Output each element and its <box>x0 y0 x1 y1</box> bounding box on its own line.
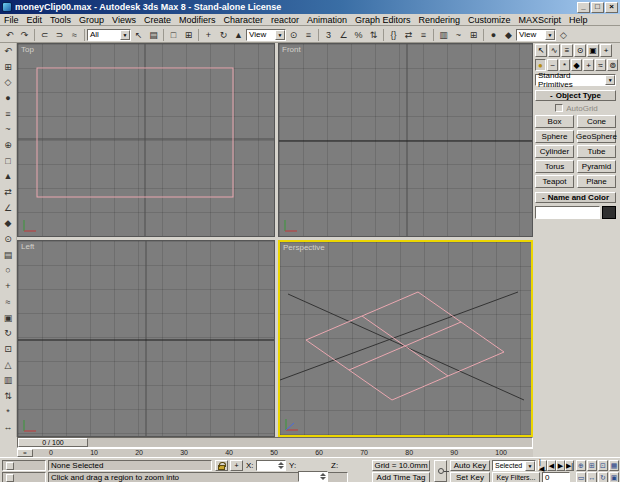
menu-tools[interactable]: Tools <box>46 15 75 25</box>
geosphere-button[interactable]: GeoSphere <box>577 130 616 143</box>
rect-selection-region-icon[interactable]: □ <box>166 28 181 42</box>
category-geometry-icon[interactable]: ● <box>535 59 546 71</box>
tab-hierarchy[interactable]: ≡ <box>561 44 573 57</box>
viewport-front[interactable]: Front <box>278 43 533 237</box>
category-lights-icon[interactable]: * <box>559 59 570 71</box>
layer-manager-icon[interactable]: ▥ <box>436 28 451 42</box>
menu-file[interactable]: File <box>0 15 23 25</box>
maxscript-mini-listener-bottom[interactable] <box>2 472 46 482</box>
left-tool-icon[interactable]: ↶ <box>1 43 16 59</box>
current-frame-field[interactable]: 0 <box>542 472 570 482</box>
arc-rotate-icon[interactable]: ↻ <box>598 472 608 482</box>
menu-help[interactable]: Help <box>565 15 592 25</box>
select-object-icon[interactable]: ↖ <box>131 28 146 42</box>
coord-system-dropdown[interactable]: View ▼ <box>246 29 286 41</box>
viewport-left[interactable]: Left <box>17 240 275 437</box>
set-key-button[interactable]: Set Key <box>450 472 490 482</box>
spinner-icon[interactable] <box>277 462 284 469</box>
pyramid-button[interactable]: Pyramid <box>577 160 616 173</box>
left-tool-icon[interactable]: ⊕ <box>1 137 16 153</box>
left-tool-icon[interactable]: + <box>1 278 16 294</box>
absolute-offset-toggle[interactable]: + <box>230 460 243 471</box>
menu-graph-editors[interactable]: Graph Editors <box>351 15 415 25</box>
left-tool-icon[interactable]: ≡ <box>1 106 16 122</box>
render-type-dropdown[interactable]: View ▼ <box>516 29 556 41</box>
cone-button[interactable]: Cone <box>577 115 616 128</box>
previous-frame-button[interactable]: ◀ <box>547 460 556 471</box>
menu-views[interactable]: Views <box>108 15 140 25</box>
close-button[interactable]: × <box>605 2 618 13</box>
left-tool-icon[interactable]: ▣ <box>1 310 16 326</box>
left-tool-icon[interactable]: ⇄ <box>1 184 16 200</box>
mini-curve-editor-button[interactable]: ≈ <box>17 449 33 457</box>
maximize-button[interactable]: □ <box>591 2 604 13</box>
pan-icon[interactable]: ↔ <box>587 472 597 482</box>
snap-toggle-icon[interactable]: 3 <box>321 28 336 42</box>
category-systems-icon[interactable]: ⊚ <box>607 59 618 71</box>
select-move-icon[interactable]: + <box>201 28 216 42</box>
window-crossing-icon[interactable]: ⊞ <box>181 28 196 42</box>
left-tool-icon[interactable]: ● <box>1 90 16 106</box>
tab-utilities[interactable]: + <box>600 44 612 57</box>
mirror-icon[interactable]: ⇄ <box>401 28 416 42</box>
time-slider-handle[interactable]: 0 / 100 <box>18 438 88 447</box>
key-filters-button[interactable]: Key Filters... <box>492 472 540 482</box>
left-tool-icon[interactable]: ≈ <box>1 294 16 310</box>
name-and-color-rollout[interactable]: - Name and Color <box>535 192 616 203</box>
add-time-tag[interactable]: Add Time Tag <box>372 472 430 482</box>
go-to-start-button[interactable]: |◀ <box>538 460 547 471</box>
zoom-extents-all-icon[interactable]: ▦ <box>609 460 619 471</box>
select-rotate-icon[interactable]: ↻ <box>216 28 231 42</box>
zoom-extents-icon[interactable]: ⊡ <box>598 460 608 471</box>
x-coordinate-field[interactable] <box>256 460 286 471</box>
bind-to-spacewarp-icon[interactable]: ≈ <box>67 28 82 42</box>
tab-modify[interactable]: ∿ <box>548 44 560 57</box>
menu-rendering[interactable]: Rendering <box>415 15 465 25</box>
menu-create[interactable]: Create <box>140 15 175 25</box>
key-mode-dropdown[interactable]: Selected ▼ <box>492 460 536 471</box>
selection-lock-button[interactable] <box>215 460 228 471</box>
category-cameras-icon[interactable]: ◆ <box>571 59 582 71</box>
left-tool-icon[interactable]: ○ <box>1 263 16 279</box>
left-tool-icon[interactable]: ↔ <box>1 420 16 436</box>
title-bar[interactable]: moneyClip00.max - Autodesk 3ds Max 8 - S… <box>0 0 620 14</box>
y-coordinate-field[interactable] <box>298 471 328 482</box>
field-of-view-icon[interactable]: ▭ <box>576 472 586 482</box>
quick-render-icon[interactable]: ◇ <box>556 28 571 42</box>
menu-reactor[interactable]: reactor <box>267 15 303 25</box>
sphere-button[interactable]: Sphere <box>535 130 574 143</box>
maximize-viewport-toggle-icon[interactable]: ▣ <box>609 472 619 482</box>
menu-maxscript[interactable]: MAXScript <box>515 15 566 25</box>
auto-key-button[interactable]: Auto Key <box>450 460 490 471</box>
select-by-name-icon[interactable]: ▤ <box>146 28 161 42</box>
cylinder-button[interactable]: Cylinder <box>535 145 574 158</box>
tab-display[interactable]: ▣ <box>587 44 599 57</box>
percent-snap-icon[interactable]: % <box>351 28 366 42</box>
left-tool-icon[interactable]: ▤ <box>1 247 16 263</box>
spinner-snap-icon[interactable]: ⇅ <box>366 28 381 42</box>
undo-icon[interactable]: ↶ <box>2 28 17 42</box>
angle-snap-icon[interactable]: ∠ <box>336 28 351 42</box>
left-tool-icon[interactable]: ⊙ <box>1 231 16 247</box>
maxscript-mini-listener-top[interactable] <box>2 460 46 471</box>
select-and-link-icon[interactable]: ⊂ <box>37 28 52 42</box>
curve-editor-icon[interactable]: ~ <box>451 28 466 42</box>
teapot-button[interactable]: Teapot <box>535 175 574 188</box>
left-tool-icon[interactable]: ⊡ <box>1 341 16 357</box>
primitive-category-dropdown[interactable]: Standard Primitives ▼ <box>535 74 616 86</box>
schematic-view-icon[interactable]: ⊞ <box>466 28 481 42</box>
left-tool-icon[interactable]: ~ <box>1 121 16 137</box>
category-helpers-icon[interactable]: + <box>583 59 594 71</box>
align-icon[interactable]: ≡ <box>416 28 431 42</box>
spinner-icon[interactable] <box>319 473 326 480</box>
plane-button[interactable]: Plane <box>577 175 616 188</box>
track-bar[interactable]: ≈ 0 10 20 30 40 50 60 70 80 90 100 <box>17 448 533 457</box>
viewport-top[interactable]: Top <box>17 43 275 237</box>
menu-edit[interactable]: Edit <box>23 15 47 25</box>
left-tool-icon[interactable]: △ <box>1 357 16 373</box>
object-color-swatch[interactable] <box>602 206 616 219</box>
left-tool-icon[interactable]: ▲ <box>1 169 16 185</box>
menu-character[interactable]: Character <box>219 15 267 25</box>
menu-modifiers[interactable]: Modifiers <box>175 15 220 25</box>
left-tool-icon[interactable]: ⊞ <box>1 59 16 75</box>
